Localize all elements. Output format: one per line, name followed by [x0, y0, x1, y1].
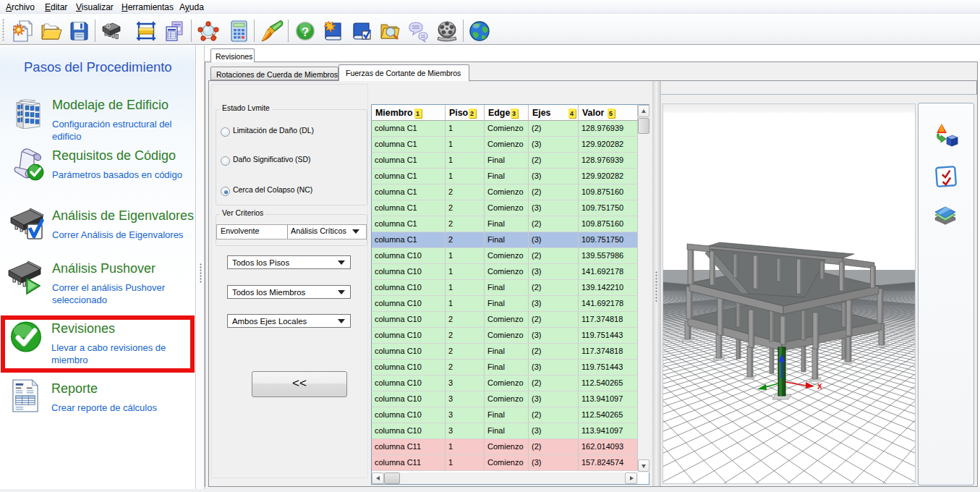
svg-text:X: X: [817, 383, 822, 391]
svg-text:?: ?: [302, 25, 309, 39]
